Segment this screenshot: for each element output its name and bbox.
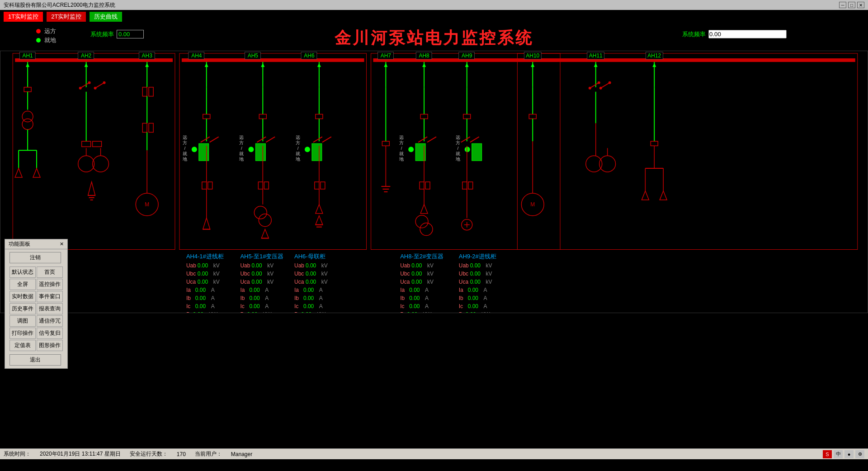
svg-text:0.00: 0.00 [411,279,422,285]
svg-text:A: A [425,295,429,301]
menu-item-fullscreen[interactable]: 全屏 [9,279,36,290]
svg-text:AH6: AH6 [304,52,315,59]
svg-text:A: A [211,303,215,309]
menu-item-report-query[interactable]: 报表查询 [37,303,63,314]
svg-text:0.00: 0.00 [470,271,481,277]
menu-item-setpoints[interactable]: 定值表 [9,340,36,351]
user-label: 当前用户： [195,450,222,458]
svg-text:Ic: Ic [186,303,190,309]
menu-btn-history[interactable]: 历史曲线 [90,12,122,22]
svg-text:A: A [265,295,269,301]
svg-text:/: / [457,146,458,151]
menu-item-comm-redundancy[interactable]: 通信停冗 [37,315,63,327]
svg-text:0.00: 0.00 [249,303,260,309]
local-dot [36,38,41,43]
svg-text:0.00: 0.00 [195,303,206,309]
svg-text:KW: KW [209,311,218,313]
menu-btn-1t[interactable]: 1T实时监控 [4,12,43,22]
svg-text:0.00: 0.00 [468,295,479,301]
menu-item-remote-control[interactable]: 遥控操作 [37,279,63,290]
svg-text:P: P [294,311,298,313]
svg-text:AH8: AH8 [419,52,429,59]
svg-text:Ic: Ic [459,303,463,309]
svg-text:AH9-2#进线柜: AH9-2#进线柜 [459,253,496,260]
svg-text:0.00: 0.00 [468,287,479,293]
status-icon-dot: ● [844,450,854,458]
menu-item-home[interactable]: 首页 [37,266,63,278]
running-label: 安全运行天数： [130,450,168,458]
svg-text:地: 地 [182,157,187,162]
svg-text:0.00: 0.00 [306,271,316,277]
menu-btn-2t[interactable]: 2T实时监控 [47,12,86,22]
menu-item-realtime-data[interactable]: 实时数据 [9,291,36,302]
svg-text:P: P [400,311,404,313]
svg-text:KW: KW [481,311,491,313]
sys-freq-label-left: 系统频率 [90,30,114,38]
main-content: 1T实时监控 2T实时监控 历史曲线 金川河泵站电力监控系统 远方 就地 系统频… [0,10,868,459]
menu-item-tune-diagram[interactable]: 调图 [9,315,36,327]
svg-text:地: 地 [239,157,244,162]
svg-point-200 [589,87,591,90]
sys-freq-input-left[interactable] [117,30,144,38]
sys-freq-input-right[interactable] [708,30,787,38]
svg-text:M: M [145,201,149,208]
svg-text:就: 就 [183,151,187,156]
svg-text:就: 就 [239,151,244,156]
svg-text:Ic: Ic [294,303,298,309]
svg-point-48 [79,87,82,90]
minimize-button[interactable]: ─ [839,2,846,8]
menu-item-default-state[interactable]: 默认状态 [9,266,36,278]
status-icon-settings[interactable]: ⊕ [855,450,864,458]
svg-text:kV: kV [321,279,328,285]
svg-text:0.00: 0.00 [195,287,206,293]
svg-text:0.00: 0.00 [470,262,481,269]
sys-freq-label-right: 系统频率 [682,30,706,38]
context-menu-title: 功能面板 ✕ [5,239,67,249]
cancel-button[interactable]: 注销 [9,252,61,263]
svg-text:kV: kV [486,262,492,269]
svg-text:KW: KW [263,311,272,313]
svg-text:Ib: Ib [294,295,299,301]
logout-button[interactable]: 退出 [9,354,61,366]
svg-text:Uab: Uab [186,262,196,269]
svg-point-52 [103,81,106,84]
svg-text:远: 远 [183,135,187,140]
sys-time-label: 系统时间： [4,450,31,458]
context-menu-grid: 默认状态 首页 全屏 遥控操作 实时数据 事件窗口 历史事件 报表查询 调图 通… [8,265,65,353]
menu-item-graphics[interactable]: 图形操作 [37,340,63,351]
svg-text:方: 方 [456,140,460,145]
svg-text:0.00: 0.00 [306,262,316,269]
svg-text:0.00: 0.00 [411,262,422,269]
menu-item-print[interactable]: 打印操作 [9,328,36,339]
svg-text:Ubc: Ubc [294,271,304,277]
menu-item-signal-reset[interactable]: 信号复归 [37,328,63,339]
svg-text:0.00: 0.00 [411,271,422,277]
svg-text:/: / [401,146,402,151]
svg-point-173 [465,147,470,152]
svg-text:kV: kV [427,262,434,269]
svg-text:0.00: 0.00 [198,262,208,269]
svg-text:就: 就 [456,151,460,156]
svg-text:0.00: 0.00 [251,271,262,277]
menu-item-event-window[interactable]: 事件窗口 [37,291,63,302]
svg-text:Uca: Uca [400,279,410,285]
svg-text:A: A [319,287,323,293]
svg-text:KW: KW [423,311,432,313]
context-menu-close-button[interactable]: ✕ [60,241,64,247]
svg-text:地: 地 [455,157,460,162]
svg-text:kV: kV [213,279,220,285]
svg-text:Uca: Uca [240,279,250,285]
svg-text:Ia: Ia [400,287,405,293]
svg-text:Uca: Uca [186,279,196,285]
maximize-button[interactable]: □ [848,2,855,8]
svg-text:Uab: Uab [240,262,250,269]
svg-text:/: / [297,146,299,151]
svg-text:方: 方 [399,140,404,145]
svg-text:0.00: 0.00 [198,279,208,285]
svg-rect-0 [6,51,862,313]
svg-text:Ib: Ib [240,295,245,301]
svg-text:AH7: AH7 [381,52,392,59]
svg-text:kV: kV [427,271,434,277]
close-button[interactable]: ✕ [857,2,864,8]
menu-item-history-events[interactable]: 历史事件 [9,303,36,314]
